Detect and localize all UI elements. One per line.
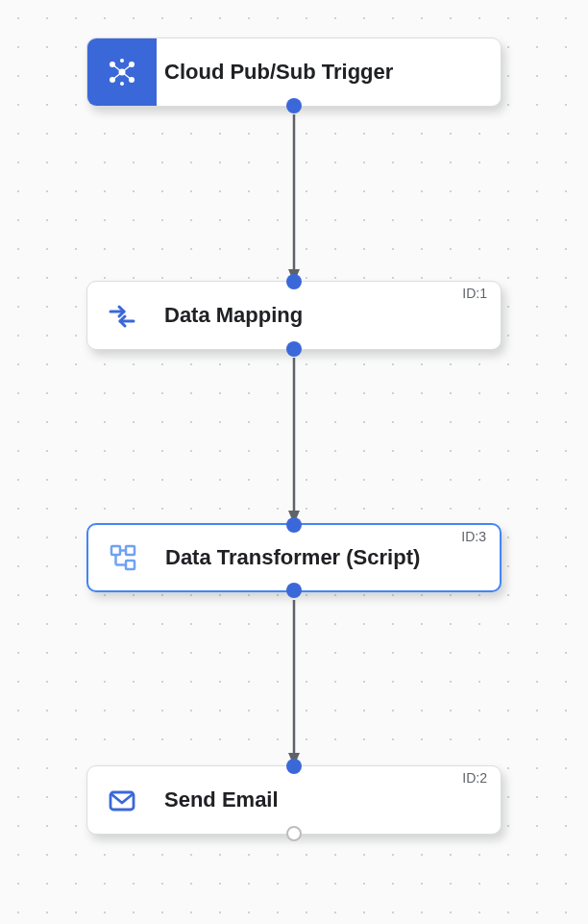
node-send-email[interactable]: ID:2 Send Email <box>86 765 502 835</box>
svg-rect-19 <box>111 546 120 555</box>
node-trigger-label: Cloud Pub/Sub Trigger <box>157 60 393 85</box>
port-in[interactable] <box>286 759 302 774</box>
svg-rect-21 <box>126 561 135 569</box>
svg-line-14 <box>122 64 132 72</box>
node-id: ID:1 <box>462 286 487 301</box>
svg-line-16 <box>122 72 132 80</box>
port-in[interactable] <box>286 274 302 289</box>
port-out[interactable] <box>286 98 302 113</box>
node-id: ID:3 <box>461 529 486 544</box>
port-out[interactable] <box>286 583 302 598</box>
svg-line-15 <box>112 72 122 80</box>
svg-rect-20 <box>126 546 135 555</box>
port-out[interactable] <box>286 341 302 357</box>
node-id: ID:2 <box>462 770 487 786</box>
mail-icon <box>87 766 157 834</box>
svg-line-13 <box>112 64 122 72</box>
svg-point-12 <box>120 82 124 86</box>
port-in[interactable] <box>286 517 302 533</box>
node-trigger[interactable]: Cloud Pub/Sub Trigger <box>86 37 502 107</box>
workflow-canvas[interactable]: Cloud Pub/Sub Trigger ID:1 Data Mapping … <box>0 0 588 924</box>
data-transformer-icon <box>88 525 158 590</box>
node-transformer-label: Data Transformer (Script) <box>158 545 420 570</box>
port-out-open[interactable] <box>286 826 302 841</box>
node-sendemail-label: Send Email <box>157 787 279 812</box>
data-mapping-icon <box>87 282 157 349</box>
node-data-transformer[interactable]: ID:3 Data Transformer (Script) <box>86 523 502 592</box>
svg-point-11 <box>120 59 124 62</box>
node-mapping-label: Data Mapping <box>157 303 303 328</box>
pubsub-icon <box>87 38 157 106</box>
node-data-mapping[interactable]: ID:1 Data Mapping <box>86 281 502 350</box>
